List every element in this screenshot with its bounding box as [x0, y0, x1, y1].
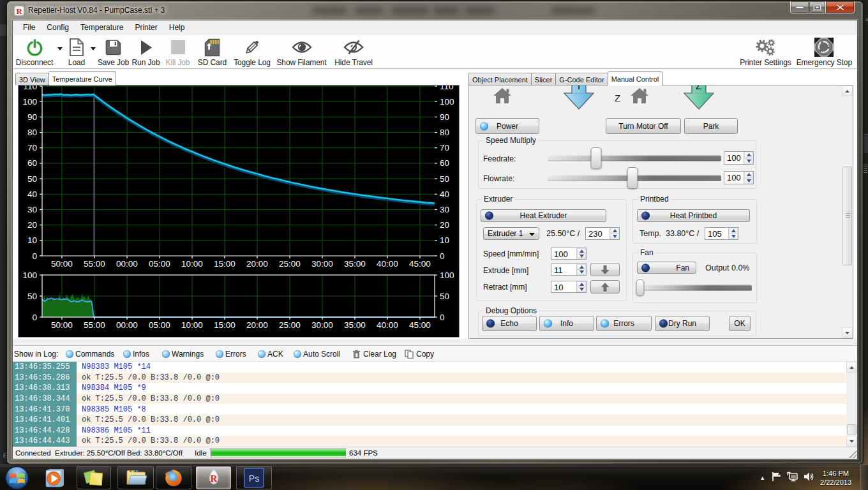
- flowrate-spin-up[interactable]: [744, 172, 753, 178]
- log-toggle-commands[interactable]: Commands: [66, 346, 114, 362]
- menu-temperature[interactable]: Temperature: [75, 21, 129, 34]
- log-scroll-up[interactable]: [846, 362, 857, 373]
- manual-scroll-up[interactable]: [842, 85, 853, 96]
- ok-button[interactable]: OK: [729, 316, 751, 331]
- flowrate-spin-spin-buttons[interactable]: [744, 172, 753, 184]
- extrude-spin-up[interactable]: [577, 264, 586, 270]
- toolbar-toggle-log-button[interactable]: Toggle Log: [231, 35, 273, 68]
- extrude-spin[interactable]: 11: [551, 264, 587, 276]
- feedrate-spin-down[interactable]: [744, 158, 753, 165]
- printbed-target-spin-value[interactable]: 105: [705, 228, 728, 239]
- toolbar-run-job-button[interactable]: Run Job: [130, 35, 162, 68]
- menu-help[interactable]: Help: [163, 21, 191, 34]
- log-scrollbar[interactable]: [846, 362, 857, 447]
- menu-printer[interactable]: Printer: [129, 21, 163, 34]
- heat-printbed-button[interactable]: Heat Printbed: [637, 209, 750, 222]
- power-toggle[interactable]: Power: [475, 118, 539, 134]
- heat-extruder-button[interactable]: Heat Extruder: [481, 209, 606, 222]
- volume-icon[interactable]: [804, 471, 814, 484]
- flowrate-slider[interactable]: [548, 167, 721, 189]
- taskbar-windows-media-player[interactable]: [42, 466, 68, 489]
- toolbar-load-button[interactable]: Load: [64, 35, 89, 68]
- toolbar-disconnect-button[interactable]: Disconnect: [13, 35, 56, 68]
- log-toggle-errors[interactable]: Errors: [216, 346, 246, 362]
- show-desktop-button[interactable]: [860, 465, 868, 490]
- extrude-spin-value[interactable]: 11: [551, 264, 576, 275]
- extruder-target-spin[interactable]: 230: [585, 227, 620, 240]
- tab-slicer[interactable]: Slicer: [531, 73, 557, 85]
- flowrate-spin-down[interactable]: [744, 178, 753, 184]
- feedrate-spin-spin-buttons[interactable]: [744, 152, 753, 164]
- flowrate-spin[interactable]: 100: [724, 171, 754, 184]
- extruder-target-spin-up[interactable]: [610, 228, 619, 234]
- manual-control-scrollbar[interactable]: [842, 85, 853, 338]
- printbed-target-spin-spin-buttons[interactable]: [728, 228, 738, 239]
- debug-dry-run-button[interactable]: Dry Run: [655, 316, 710, 331]
- extrude-spin-down[interactable]: [577, 270, 586, 276]
- extrude-button[interactable]: [590, 263, 620, 276]
- toolbar-emergency-stop-button[interactable]: Emergency Stop: [794, 35, 855, 69]
- tab-object-placement[interactable]: Object Placement: [468, 73, 532, 85]
- resize-grip[interactable]: [849, 450, 857, 458]
- debug-info-button[interactable]: Info: [539, 316, 594, 331]
- extruder-speed-spin-down[interactable]: [577, 254, 586, 260]
- feedrate-spin-value[interactable]: 100: [724, 152, 744, 164]
- taskbar-sticky-notes[interactable]: [77, 466, 111, 489]
- log-toggle-ack[interactable]: ACK: [258, 346, 283, 362]
- tray-show-hidden-icons[interactable]: ▲: [760, 475, 765, 481]
- title-bar[interactable]: R Repetier-Host V0.84 - PumpCase.stl + 3: [7, 1, 863, 20]
- extruder-speed-spin[interactable]: 100: [551, 248, 587, 260]
- taskbar-firefox[interactable]: [156, 466, 191, 489]
- close-button[interactable]: [826, 1, 855, 13]
- feedrate-spin[interactable]: 100: [724, 151, 754, 165]
- extruder-target-spin-spin-buttons[interactable]: [610, 228, 619, 239]
- extruder-selector[interactable]: Extruder 1: [483, 227, 539, 240]
- log-scroll-thumb[interactable]: [847, 424, 857, 434]
- toolbar-printer-settings-button[interactable]: Printer Settings: [737, 35, 793, 69]
- home-z-icon[interactable]: [630, 87, 649, 107]
- retract-button[interactable]: [590, 280, 620, 293]
- flowrate-slider-thumb[interactable]: [627, 167, 638, 189]
- jog-z-down-arrow[interactable]: Z: [684, 85, 714, 112]
- extruder-speed-spin-value[interactable]: 100: [551, 248, 576, 259]
- extruder-speed-spin-spin-buttons[interactable]: [576, 248, 586, 259]
- tab-manual-control[interactable]: Manual Control: [608, 71, 663, 85]
- home-all-icon[interactable]: [493, 87, 512, 107]
- tab-temperature-curve[interactable]: Temperature Curve: [49, 71, 116, 85]
- extruder-target-spin-value[interactable]: 230: [586, 228, 610, 239]
- extruder-speed-spin-up[interactable]: [577, 248, 586, 254]
- minimize-button[interactable]: [790, 1, 809, 13]
- retract-spin-value[interactable]: 10: [551, 281, 576, 292]
- flowrate-spin-value[interactable]: 100: [724, 172, 744, 184]
- manual-scroll-down[interactable]: [842, 327, 853, 338]
- printbed-target-spin-down[interactable]: [729, 234, 738, 239]
- maximize-button[interactable]: [809, 1, 826, 13]
- toolbar-sd-card-button[interactable]: SD Card: [193, 35, 231, 68]
- jog-y-down-arrow[interactable]: Y: [564, 85, 594, 112]
- fan-slider-thumb[interactable]: [636, 279, 645, 296]
- menu-config[interactable]: Config: [41, 21, 75, 34]
- tab-3d-view[interactable]: 3D View: [15, 73, 49, 85]
- fan-toggle[interactable]: Fan: [637, 262, 696, 274]
- debug-errors-button[interactable]: Errors: [596, 316, 652, 331]
- retract-spin-down[interactable]: [577, 287, 586, 293]
- printbed-target-spin[interactable]: 105: [705, 227, 738, 240]
- fan-slider[interactable]: [640, 279, 752, 296]
- network-icon[interactable]: [787, 471, 798, 484]
- feedrate-slider-thumb[interactable]: [591, 147, 602, 169]
- start-button[interactable]: [4, 466, 29, 490]
- park-button[interactable]: Park: [684, 118, 738, 134]
- log-toggle-auto-scroll[interactable]: Auto Scroll: [294, 346, 340, 362]
- manual-scroll-thumb[interactable]: [842, 167, 852, 265]
- tab-g-code-editor[interactable]: G-Code Editor: [555, 73, 608, 85]
- feedrate-slider[interactable]: [548, 147, 721, 169]
- toolbar-disconnect-dropdown[interactable]: [56, 35, 64, 68]
- log-toggle-warnings[interactable]: Warnings: [162, 346, 204, 362]
- retract-spin-up[interactable]: [577, 281, 586, 287]
- retract-spin[interactable]: 10: [551, 281, 587, 293]
- taskbar-photoshop[interactable]: Ps: [236, 466, 272, 489]
- taskbar-repetier-host[interactable]: R: [196, 466, 231, 489]
- log-toggle-infos[interactable]: Infos: [123, 346, 149, 362]
- copy-button[interactable]: Copy: [405, 346, 434, 362]
- clear-log-button[interactable]: Clear Log: [352, 346, 396, 362]
